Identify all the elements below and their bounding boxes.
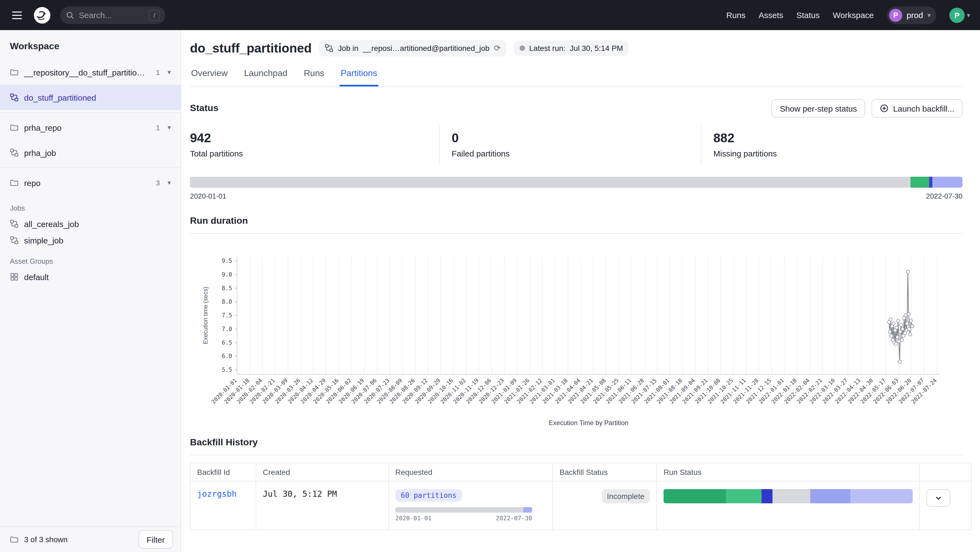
launch-backfill-button[interactable]: Launch backfill... — [872, 99, 963, 117]
latest-run-chip: Latest run: Jul 30, 5:14 PM — [514, 40, 628, 56]
svg-text:7.5: 7.5 — [222, 312, 232, 319]
job-icon — [10, 148, 19, 157]
requested-partitions-chip[interactable]: 60 partitions — [395, 489, 462, 502]
svg-text:8.0: 8.0 — [222, 298, 232, 305]
search-shortcut-key: / — [149, 10, 160, 21]
sidebar-item-prha-job[interactable]: prha_job — [0, 140, 181, 165]
backfill-history-heading: Backfill History — [190, 437, 963, 455]
row-expand-button[interactable] — [926, 489, 950, 507]
col-run-status: Run Status — [657, 463, 920, 481]
sidebar-section-asset-groups: Asset Groups — [0, 248, 181, 269]
svg-text:Execution time (secs): Execution time (secs) — [202, 287, 209, 344]
job-icon — [10, 219, 19, 228]
top-nav-bar: Search... / Runs Assets Status Workspace… — [0, 0, 980, 30]
refresh-icon[interactable]: ⟳ — [494, 43, 501, 53]
sidebar-item-label: do_stuff_partitioned — [24, 93, 173, 102]
sidebar-item-prha-repo[interactable]: prha_repo 1 ▾ — [0, 115, 181, 140]
requested-start-date: 2020-01-01 — [395, 515, 431, 522]
sidebar-item-label: simple_job — [24, 236, 63, 245]
tab-overview[interactable]: Overview — [190, 65, 229, 86]
nav-workspace[interactable]: Workspace — [833, 10, 874, 20]
page-tabs: Overview Launchpad Runs Partitions — [190, 65, 963, 87]
partition-stats: 942 Total partitions 0 Failed partitions… — [190, 125, 963, 165]
nav-runs[interactable]: Runs — [726, 10, 745, 20]
show-per-step-status-button[interactable]: Show per-step status — [772, 99, 865, 117]
col-actions — [920, 463, 972, 481]
user-menu[interactable]: P ▾ — [949, 7, 970, 23]
sidebar-item-label: repo — [24, 178, 150, 187]
stat-total-partitions: 942 Total partitions — [190, 125, 439, 165]
svg-text:5.5: 5.5 — [222, 366, 232, 373]
sidebar-title: Workspace — [0, 30, 181, 60]
svg-text:6.0: 6.0 — [222, 353, 232, 359]
sidebar-item-repo[interactable]: repo 3 ▾ — [0, 170, 181, 195]
dagster-logo-icon[interactable] — [33, 6, 51, 24]
job-icon — [10, 236, 19, 244]
main-content: do_stuff_partitioned Job in __reposi…art… — [181, 30, 980, 552]
stat-value: 942 — [190, 131, 439, 146]
job-icon — [325, 44, 334, 52]
stat-label: Missing partitions — [713, 149, 963, 158]
sidebar-item-label: prha_repo — [24, 123, 150, 132]
status-heading: Status — [190, 103, 218, 114]
chevron-down-icon[interactable]: ▾ — [165, 67, 173, 77]
tab-runs[interactable]: Runs — [303, 65, 326, 86]
latest-run-time[interactable]: Jul 30, 5:14 PM — [570, 44, 623, 52]
tab-partitions[interactable]: Partitions — [339, 65, 378, 86]
table-header-row: Backfill Id Created Requested Backfill S… — [190, 463, 972, 481]
backfill-created: Jul 30, 5:12 PM — [263, 489, 337, 499]
partition-status-bar[interactable] — [190, 177, 963, 188]
requested-end-date: 2022-07-30 — [496, 515, 532, 522]
sidebar-item-label: all_cereals_job — [24, 219, 79, 228]
col-created: Created — [256, 463, 388, 481]
chevron-down-icon: ▾ — [967, 12, 970, 18]
sidebar-divider — [0, 167, 181, 168]
sidebar-item-label: __repository__do_stuff_partitio… — [24, 68, 150, 77]
tab-launchpad[interactable]: Launchpad — [243, 65, 288, 86]
stat-failed-partitions: 0 Failed partitions — [439, 125, 701, 165]
stat-value: 882 — [713, 131, 963, 146]
search-placeholder: Search... — [79, 10, 145, 20]
sidebar-item-repository-do-stuff[interactable]: __repository__do_stuff_partitio… 1 ▾ — [0, 60, 181, 85]
folder-icon — [10, 68, 19, 76]
stat-label: Total partitions — [190, 149, 439, 158]
sidebar-item-simple-job[interactable]: simple_job — [0, 232, 181, 248]
sidebar-item-do-stuff-partitioned[interactable]: do_stuff_partitioned — [0, 85, 181, 110]
nav-status[interactable]: Status — [796, 10, 819, 20]
requested-range-bar — [395, 507, 532, 512]
sidebar-list: __repository__do_stuff_partitio… 1 ▾ do_… — [0, 60, 181, 526]
col-requested: Requested — [388, 463, 553, 481]
chevron-down-icon — [934, 493, 943, 502]
count-badge: 3 — [156, 179, 159, 187]
sidebar-section-jobs: Jobs — [0, 195, 181, 216]
nav-assets[interactable]: Assets — [759, 10, 783, 20]
run-status-bar[interactable] — [663, 489, 913, 503]
filter-button[interactable]: Filter — [138, 530, 173, 549]
count-badge: 1 — [156, 68, 159, 76]
deployment-name: prod — [907, 10, 923, 20]
latest-run-label: Latest run: — [529, 44, 565, 52]
chevron-down-icon[interactable]: ▾ — [165, 122, 173, 132]
table-row: jozrgsbh Jul 30, 5:12 PM 60 partitions 2… — [190, 481, 972, 530]
deployment-avatar: P — [889, 8, 902, 22]
sidebar-item-all-cereals-job[interactable]: all_cereals_job — [0, 216, 181, 232]
job-origin-link[interactable]: __reposi…artitioned@partitioned_job — [363, 44, 490, 52]
backfill-status-badge: Incomplete — [601, 489, 650, 503]
search-input[interactable]: Search... / — [60, 6, 165, 24]
chevron-down-icon[interactable]: ▾ — [165, 178, 173, 188]
sidebar-item-label: default — [24, 272, 49, 281]
launch-backfill-label: Launch backfill... — [893, 104, 954, 113]
partition-start-date: 2020-01-01 — [190, 192, 226, 200]
backfill-id-link[interactable]: jozrgsbh — [197, 489, 237, 499]
folder-icon — [10, 178, 19, 187]
svg-text:7.0: 7.0 — [222, 326, 232, 332]
count-badge: 1 — [156, 124, 159, 132]
deployment-switcher[interactable]: P prod ▾ — [887, 6, 936, 24]
search-icon — [66, 11, 75, 19]
svg-text:6.5: 6.5 — [222, 339, 232, 346]
page-title: do_stuff_partitioned — [190, 41, 312, 56]
col-backfill-id: Backfill Id — [190, 463, 256, 481]
col-backfill-status: Backfill Status — [553, 463, 657, 481]
sidebar-item-default[interactable]: default — [0, 269, 181, 285]
menu-icon[interactable] — [10, 9, 24, 21]
